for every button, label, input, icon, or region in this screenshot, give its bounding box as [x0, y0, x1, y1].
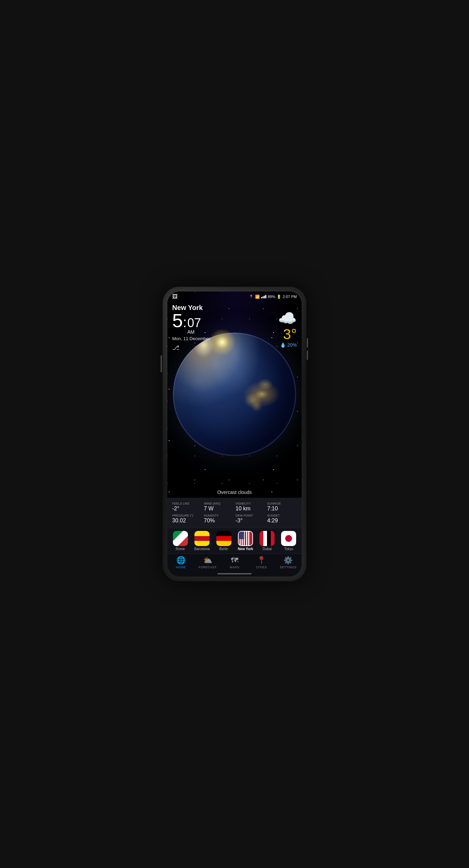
city-shortcuts: Rome Barcelona Berlin New York Dubai [167, 528, 302, 554]
nav-maps[interactable]: 🗺 MAPS [221, 556, 248, 569]
dew-point-value: -3° [236, 518, 265, 524]
ny-label: New York [238, 547, 253, 551]
status-bar: 🖼 📍 📶 89% 🔋 2:07 PM [167, 292, 302, 300]
home-bar [217, 573, 252, 574]
time-min: 07 [187, 317, 201, 329]
clock: 2:07 PM [283, 295, 297, 299]
barcelona-label: Barcelona [194, 547, 210, 551]
sunset-label: Sunset [267, 514, 297, 517]
battery-percent: 89% [268, 295, 275, 299]
sunrise-label: Sunrise [267, 502, 297, 505]
wifi-icon: 📶 [255, 295, 260, 299]
visibility-section: Visibility 10 km Dew Point -3° [236, 502, 265, 524]
phone-frame: 🖼 📍 📶 89% 🔋 2:07 PM [163, 287, 306, 581]
sunrise-section: Sunrise 7:10 Sunset 4:29 [267, 502, 297, 524]
settings-icon: ⚙️ [283, 556, 293, 565]
rome-flag [173, 531, 188, 546]
maps-label: MAPS [230, 566, 239, 569]
time-hour: 5 [172, 311, 183, 330]
city-berlin[interactable]: Berlin [216, 531, 231, 551]
tokyo-label: Tokyo [284, 547, 293, 551]
berlin-flag [216, 531, 231, 546]
wind-label: Wind (m/s) [204, 502, 234, 505]
pressure-value: 30.02 [172, 518, 202, 524]
berlin-label: Berlin [219, 547, 228, 551]
cities-label: CITIES [256, 566, 267, 569]
location-icon: 📍 [249, 295, 254, 299]
wind-section: Wind (m/s) 7 W Humidity 70% [204, 502, 234, 524]
feels-like-value: -2° [172, 506, 202, 512]
city-rome[interactable]: Rome [173, 531, 188, 551]
weather-background: 🖼 📍 📶 89% 🔋 2:07 PM [167, 292, 302, 498]
status-right: 📍 📶 89% 🔋 2:07 PM [249, 295, 297, 299]
dew-point-label: Dew Point [236, 514, 265, 517]
settings-label: SETTINGS [280, 566, 296, 569]
status-left: 🖼 [172, 294, 178, 300]
nav-home[interactable]: 🌐 HOME [167, 556, 194, 569]
bottom-nav: 🌐 HOME ⛅ FORECAST 🗺 MAPS 📍 CITIES ⚙️ SET… [167, 554, 302, 572]
home-icon: 🌐 [176, 556, 186, 565]
city-barcelona[interactable]: Barcelona [194, 531, 210, 551]
temperature: 3° [283, 327, 297, 342]
home-indicator [167, 572, 302, 576]
visibility-label: Visibility [236, 502, 265, 505]
forecast-label: FORECAST [199, 566, 217, 569]
feels-like-label: Feels like [172, 502, 202, 505]
city-tokyo[interactable]: Tokyo [281, 531, 296, 551]
visibility-value: 10 km [236, 506, 265, 512]
weather-details: Feels like -2° Pressure (") 30.02 Wind (… [167, 498, 302, 528]
image-icon: 🖼 [172, 294, 178, 300]
barcelona-flag [194, 531, 210, 546]
temp-area: ☁️ 3° 💧 20% [278, 309, 297, 348]
pressure-label: Pressure (") [172, 514, 202, 517]
city-dubai[interactable]: Dubai [259, 531, 275, 551]
rome-label: Rome [176, 547, 185, 551]
sunset-value: 4:29 [267, 518, 297, 524]
ny-flag [238, 531, 253, 546]
tokyo-flag [281, 531, 296, 546]
nav-settings[interactable]: ⚙️ SETTINGS [275, 556, 302, 569]
nav-forecast[interactable]: ⛅ FORECAST [194, 556, 221, 569]
maps-icon: 🗺 [231, 556, 238, 565]
sunrise-value: 7:10 [267, 506, 297, 512]
humidity-value: 70% [204, 518, 234, 524]
forecast-icon: ⛅ [203, 556, 212, 565]
battery-icon: 🔋 [277, 295, 281, 299]
nav-cities[interactable]: 📍 CITIES [248, 556, 275, 569]
wind-value: 7 W [204, 506, 234, 512]
cities-icon: 📍 [257, 556, 266, 565]
time-min-ampm: 07 AM [187, 317, 201, 335]
city-new-york[interactable]: New York [238, 531, 253, 551]
home-label: HOME [176, 566, 186, 569]
phone-screen: 🖼 📍 📶 89% 🔋 2:07 PM [167, 292, 302, 576]
feels-like-section: Feels like -2° Pressure (") 30.02 [172, 502, 202, 524]
time-colon: : [183, 315, 187, 330]
condition-text: Overcast clouds [167, 489, 302, 498]
time-ampm: AM [187, 329, 201, 335]
power-button [161, 355, 162, 372]
rain-drop-icon: 💧 [280, 342, 286, 348]
humidity-label: Humidity [204, 514, 234, 517]
dubai-label: Dubai [263, 547, 271, 551]
dubai-flag [259, 531, 275, 546]
signal-bars [261, 295, 266, 298]
rain-chance: 20% [287, 342, 297, 348]
rain-row: 💧 20% [280, 342, 297, 348]
volume-buttons [307, 338, 308, 360]
cloud-icon: ☁️ [278, 309, 297, 327]
